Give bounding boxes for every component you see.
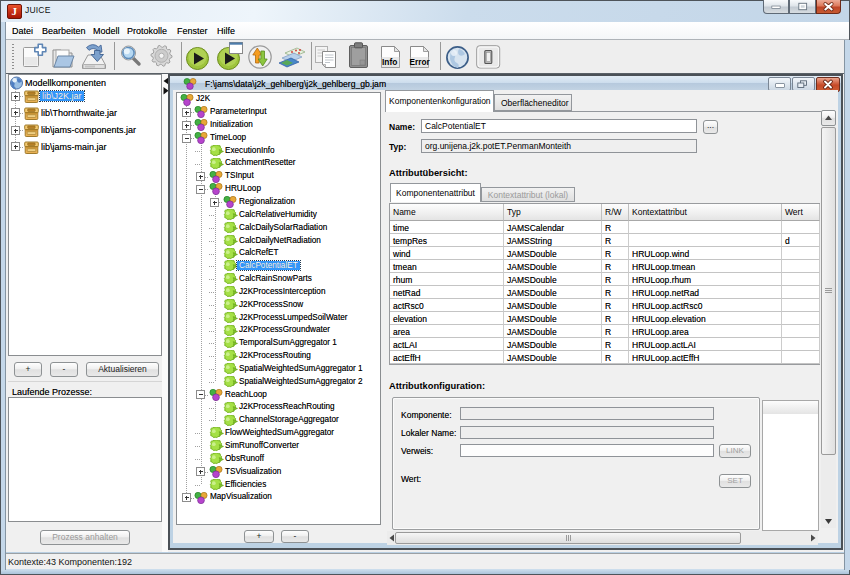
svg-text:Error: Error xyxy=(410,58,431,67)
svg-text:Info: Info xyxy=(382,57,397,67)
